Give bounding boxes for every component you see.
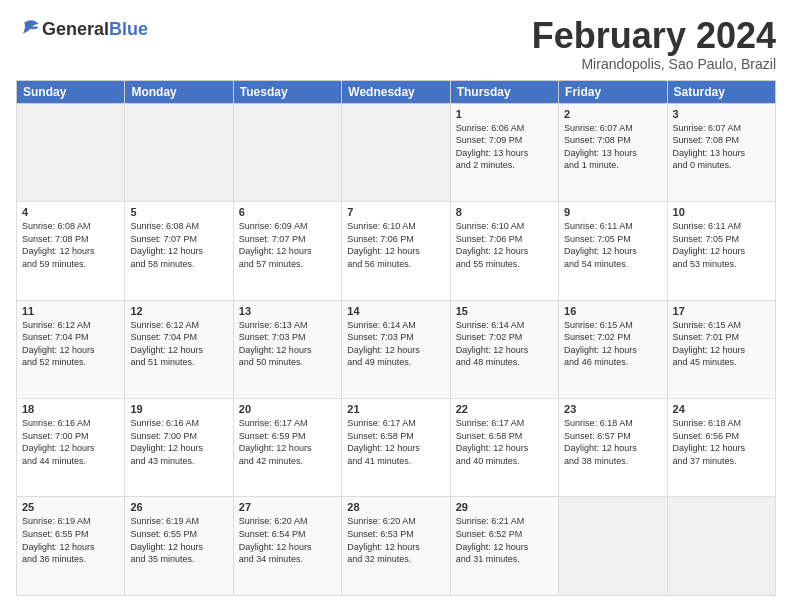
table-cell: 12Sunrise: 6:12 AM Sunset: 7:04 PM Dayli… xyxy=(125,300,233,398)
col-monday: Monday xyxy=(125,80,233,103)
day-info: Sunrise: 6:21 AM Sunset: 6:52 PM Dayligh… xyxy=(456,515,553,565)
table-cell: 9Sunrise: 6:11 AM Sunset: 7:05 PM Daylig… xyxy=(559,202,667,300)
day-info: Sunrise: 6:17 AM Sunset: 6:58 PM Dayligh… xyxy=(456,417,553,467)
day-info: Sunrise: 6:10 AM Sunset: 7:06 PM Dayligh… xyxy=(347,220,444,270)
table-cell: 11Sunrise: 6:12 AM Sunset: 7:04 PM Dayli… xyxy=(17,300,125,398)
day-info: Sunrise: 6:20 AM Sunset: 6:54 PM Dayligh… xyxy=(239,515,336,565)
day-number: 15 xyxy=(456,305,553,317)
day-info: Sunrise: 6:07 AM Sunset: 7:08 PM Dayligh… xyxy=(673,122,770,172)
day-number: 3 xyxy=(673,108,770,120)
table-cell: 4Sunrise: 6:08 AM Sunset: 7:08 PM Daylig… xyxy=(17,202,125,300)
week-row-4: 18Sunrise: 6:16 AM Sunset: 7:00 PM Dayli… xyxy=(17,399,776,497)
day-info: Sunrise: 6:11 AM Sunset: 7:05 PM Dayligh… xyxy=(673,220,770,270)
day-number: 8 xyxy=(456,206,553,218)
day-info: Sunrise: 6:19 AM Sunset: 6:55 PM Dayligh… xyxy=(130,515,227,565)
day-number: 12 xyxy=(130,305,227,317)
day-info: Sunrise: 6:07 AM Sunset: 7:08 PM Dayligh… xyxy=(564,122,661,172)
header: GeneralBlue February 2024 Mirandopolis, … xyxy=(16,16,776,72)
day-info: Sunrise: 6:12 AM Sunset: 7:04 PM Dayligh… xyxy=(22,319,119,369)
logo: GeneralBlue xyxy=(16,16,148,44)
logo-blue-text: Blue xyxy=(109,19,148,39)
header-row: Sunday Monday Tuesday Wednesday Thursday… xyxy=(17,80,776,103)
table-cell: 8Sunrise: 6:10 AM Sunset: 7:06 PM Daylig… xyxy=(450,202,558,300)
table-cell: 23Sunrise: 6:18 AM Sunset: 6:57 PM Dayli… xyxy=(559,399,667,497)
table-cell xyxy=(667,497,775,596)
table-cell: 27Sunrise: 6:20 AM Sunset: 6:54 PM Dayli… xyxy=(233,497,341,596)
table-cell: 26Sunrise: 6:19 AM Sunset: 6:55 PM Dayli… xyxy=(125,497,233,596)
day-number: 13 xyxy=(239,305,336,317)
day-info: Sunrise: 6:17 AM Sunset: 6:58 PM Dayligh… xyxy=(347,417,444,467)
week-row-3: 11Sunrise: 6:12 AM Sunset: 7:04 PM Dayli… xyxy=(17,300,776,398)
day-number: 9 xyxy=(564,206,661,218)
calendar-table: Sunday Monday Tuesday Wednesday Thursday… xyxy=(16,80,776,596)
day-number: 27 xyxy=(239,501,336,513)
day-number: 26 xyxy=(130,501,227,513)
table-cell: 14Sunrise: 6:14 AM Sunset: 7:03 PM Dayli… xyxy=(342,300,450,398)
table-cell: 18Sunrise: 6:16 AM Sunset: 7:00 PM Dayli… xyxy=(17,399,125,497)
day-info: Sunrise: 6:20 AM Sunset: 6:53 PM Dayligh… xyxy=(347,515,444,565)
table-cell: 5Sunrise: 6:08 AM Sunset: 7:07 PM Daylig… xyxy=(125,202,233,300)
table-cell: 19Sunrise: 6:16 AM Sunset: 7:00 PM Dayli… xyxy=(125,399,233,497)
day-number: 29 xyxy=(456,501,553,513)
col-saturday: Saturday xyxy=(667,80,775,103)
col-thursday: Thursday xyxy=(450,80,558,103)
logo-general-text: General xyxy=(42,19,109,39)
table-cell: 21Sunrise: 6:17 AM Sunset: 6:58 PM Dayli… xyxy=(342,399,450,497)
day-info: Sunrise: 6:08 AM Sunset: 7:07 PM Dayligh… xyxy=(130,220,227,270)
day-info: Sunrise: 6:14 AM Sunset: 7:03 PM Dayligh… xyxy=(347,319,444,369)
table-cell: 16Sunrise: 6:15 AM Sunset: 7:02 PM Dayli… xyxy=(559,300,667,398)
table-cell xyxy=(559,497,667,596)
day-number: 2 xyxy=(564,108,661,120)
table-cell: 15Sunrise: 6:14 AM Sunset: 7:02 PM Dayli… xyxy=(450,300,558,398)
day-number: 21 xyxy=(347,403,444,415)
table-cell: 7Sunrise: 6:10 AM Sunset: 7:06 PM Daylig… xyxy=(342,202,450,300)
day-number: 7 xyxy=(347,206,444,218)
col-sunday: Sunday xyxy=(17,80,125,103)
table-cell: 29Sunrise: 6:21 AM Sunset: 6:52 PM Dayli… xyxy=(450,497,558,596)
table-cell: 2Sunrise: 6:07 AM Sunset: 7:08 PM Daylig… xyxy=(559,103,667,201)
col-wednesday: Wednesday xyxy=(342,80,450,103)
table-cell: 20Sunrise: 6:17 AM Sunset: 6:59 PM Dayli… xyxy=(233,399,341,497)
day-info: Sunrise: 6:15 AM Sunset: 7:02 PM Dayligh… xyxy=(564,319,661,369)
day-number: 16 xyxy=(564,305,661,317)
table-cell xyxy=(17,103,125,201)
day-number: 5 xyxy=(130,206,227,218)
month-title: February 2024 xyxy=(532,16,776,56)
table-cell: 25Sunrise: 6:19 AM Sunset: 6:55 PM Dayli… xyxy=(17,497,125,596)
table-cell: 1Sunrise: 6:06 AM Sunset: 7:09 PM Daylig… xyxy=(450,103,558,201)
day-number: 10 xyxy=(673,206,770,218)
day-info: Sunrise: 6:10 AM Sunset: 7:06 PM Dayligh… xyxy=(456,220,553,270)
table-cell: 28Sunrise: 6:20 AM Sunset: 6:53 PM Dayli… xyxy=(342,497,450,596)
table-cell xyxy=(342,103,450,201)
logo-icon xyxy=(18,16,42,40)
day-info: Sunrise: 6:17 AM Sunset: 6:59 PM Dayligh… xyxy=(239,417,336,467)
day-number: 24 xyxy=(673,403,770,415)
table-cell: 17Sunrise: 6:15 AM Sunset: 7:01 PM Dayli… xyxy=(667,300,775,398)
table-cell: 6Sunrise: 6:09 AM Sunset: 7:07 PM Daylig… xyxy=(233,202,341,300)
table-cell xyxy=(125,103,233,201)
day-number: 4 xyxy=(22,206,119,218)
day-info: Sunrise: 6:19 AM Sunset: 6:55 PM Dayligh… xyxy=(22,515,119,565)
day-info: Sunrise: 6:14 AM Sunset: 7:02 PM Dayligh… xyxy=(456,319,553,369)
day-number: 6 xyxy=(239,206,336,218)
day-number: 22 xyxy=(456,403,553,415)
table-cell: 22Sunrise: 6:17 AM Sunset: 6:58 PM Dayli… xyxy=(450,399,558,497)
day-info: Sunrise: 6:16 AM Sunset: 7:00 PM Dayligh… xyxy=(22,417,119,467)
day-info: Sunrise: 6:06 AM Sunset: 7:09 PM Dayligh… xyxy=(456,122,553,172)
col-tuesday: Tuesday xyxy=(233,80,341,103)
day-number: 11 xyxy=(22,305,119,317)
day-info: Sunrise: 6:18 AM Sunset: 6:57 PM Dayligh… xyxy=(564,417,661,467)
day-info: Sunrise: 6:16 AM Sunset: 7:00 PM Dayligh… xyxy=(130,417,227,467)
day-number: 17 xyxy=(673,305,770,317)
table-cell: 3Sunrise: 6:07 AM Sunset: 7:08 PM Daylig… xyxy=(667,103,775,201)
title-block: February 2024 Mirandopolis, Sao Paulo, B… xyxy=(532,16,776,72)
table-cell: 10Sunrise: 6:11 AM Sunset: 7:05 PM Dayli… xyxy=(667,202,775,300)
day-number: 1 xyxy=(456,108,553,120)
day-number: 18 xyxy=(22,403,119,415)
day-number: 28 xyxy=(347,501,444,513)
page: GeneralBlue February 2024 Mirandopolis, … xyxy=(0,0,792,612)
day-number: 25 xyxy=(22,501,119,513)
day-number: 19 xyxy=(130,403,227,415)
day-number: 14 xyxy=(347,305,444,317)
day-info: Sunrise: 6:11 AM Sunset: 7:05 PM Dayligh… xyxy=(564,220,661,270)
